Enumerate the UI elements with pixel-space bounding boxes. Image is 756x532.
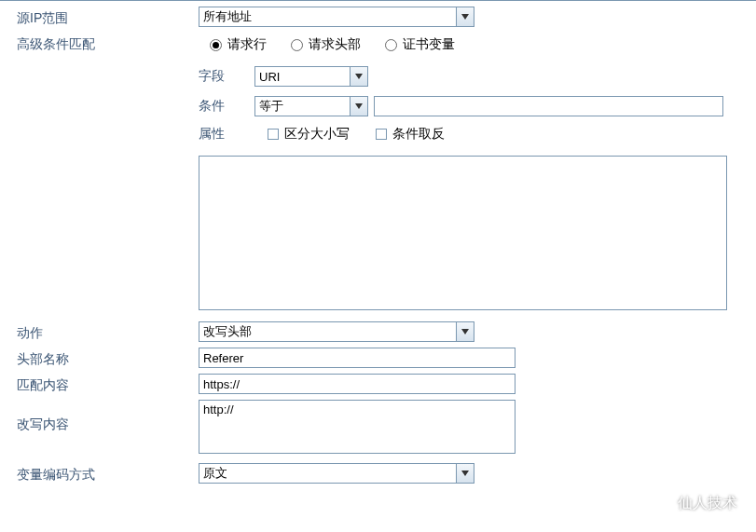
checkbox-label: 条件取反 [392,126,445,143]
label-source-ip: 源IP范围 [17,7,199,27]
config-form: 源IP范围 所有地址 高级条件匹配 请求行 请求头部 [0,0,756,532]
condition-op-value: 等于 [255,98,350,115]
chevron-down-icon [350,97,367,116]
radio-label: 请求行 [227,36,267,53]
label-field: 字段 [199,68,245,85]
condition-select[interactable]: 等于 [254,96,368,116]
radio-request-header[interactable]: 请求头部 [291,36,361,53]
svg-point-1 [657,499,669,512]
chevron-down-icon [456,7,474,26]
row-match-content: 匹配内容 [17,374,747,394]
label-encoding: 变量编码方式 [17,463,199,484]
checkbox-label: 区分大小写 [284,126,350,143]
label-match-content: 匹配内容 [17,374,199,394]
watermark-text: 仙人技术 [678,494,737,513]
checkbox-case-sensitive[interactable]: 区分大小写 [268,126,350,143]
action-value: 改写头部 [199,323,456,340]
field-value: URI [255,70,350,84]
source-ip-select[interactable]: 所有地址 [199,7,474,27]
chevron-down-icon [456,464,474,483]
chevron-down-icon [456,322,474,341]
rewrite-content-input[interactable] [199,400,515,454]
row-source-ip: 源IP范围 所有地址 [17,7,747,27]
row-advanced-match: 高级条件匹配 请求行 请求头部 证书变量 字段 URI [17,33,747,310]
label-advanced: 高级条件匹配 [17,33,199,53]
radio-icon [291,39,303,51]
row-action: 动作 改写头部 [17,321,747,342]
checkbox-icon [268,129,279,140]
row-rewrite-content: 改写内容 [17,400,747,454]
label-condition: 条件 [199,98,245,115]
rules-textarea[interactable] [199,156,727,310]
label-attribute: 属性 [199,126,245,143]
header-name-input[interactable] [199,348,515,368]
condition-subgrid: 字段 URI 条件 等于 属性 区分大小写 [199,66,747,143]
checkbox-icon [376,129,387,140]
chevron-down-icon [350,67,367,86]
checkbox-negate[interactable]: 条件取反 [376,126,445,143]
radio-icon [210,39,222,51]
encoding-select[interactable]: 原文 [199,463,474,484]
radio-label: 请求头部 [309,36,361,53]
wechat-icon [646,493,670,513]
radio-icon [385,39,397,51]
radio-request-line[interactable]: 请求行 [210,36,267,53]
watermark: 仙人技术 [646,493,737,513]
radio-cert-variable[interactable]: 证书变量 [385,36,455,53]
match-type-radiogroup: 请求行 请求头部 证书变量 [199,33,747,53]
label-rewrite-content: 改写内容 [17,400,199,433]
source-ip-value: 所有地址 [199,8,456,25]
condition-value-input[interactable] [374,96,723,116]
field-select[interactable]: URI [254,66,368,87]
encoding-value: 原文 [199,465,456,482]
label-header-name: 头部名称 [17,348,199,368]
radio-label: 证书变量 [403,36,455,53]
row-encoding: 变量编码方式 原文 [17,463,747,484]
match-content-input[interactable] [199,374,515,394]
action-select[interactable]: 改写头部 [199,321,474,342]
row-header-name: 头部名称 [17,348,747,368]
label-action: 动作 [17,321,199,342]
